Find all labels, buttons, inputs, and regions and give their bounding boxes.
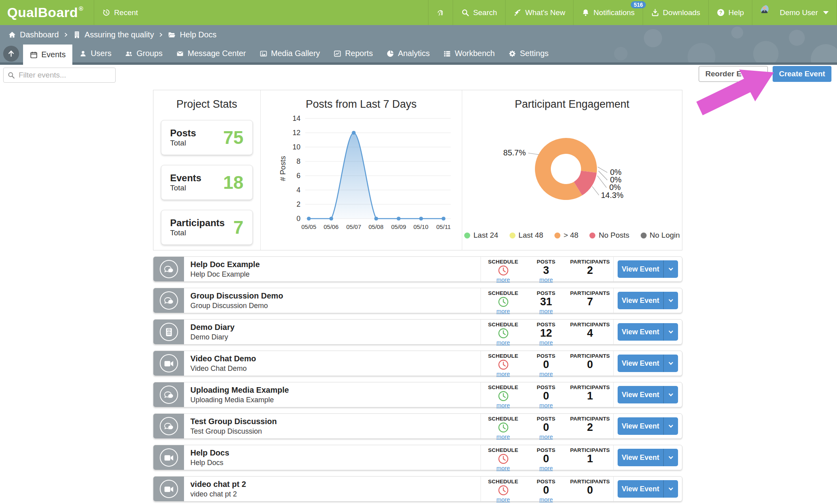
schedule-header: SCHEDULE	[488, 384, 518, 390]
tab[interactable]: Media Gallery	[253, 45, 327, 62]
nav-item-downloads[interactable]: Downloads	[643, 0, 708, 25]
schedule-more-link[interactable]: more	[496, 308, 510, 314]
legend-item: Last 24	[464, 231, 498, 240]
view-event-dropdown[interactable]	[663, 292, 678, 309]
posts-count: 0	[543, 454, 549, 464]
view-event-label: View Event	[618, 449, 663, 466]
reorder-events-button[interactable]: Reorder Events	[699, 66, 768, 82]
user-avatar	[760, 5, 776, 21]
view-event-button[interactable]: View Event	[618, 292, 678, 309]
breadcrumb-dashboard[interactable]: Dashboard	[8, 30, 59, 39]
engagement-section: Participant Engagement 85.7% 0% 0% 0% 14…	[462, 90, 682, 250]
view-event-dropdown[interactable]	[663, 386, 678, 403]
schedule-more-link[interactable]: more	[496, 402, 510, 409]
legend-label: No Posts	[599, 231, 629, 240]
svg-text:12: 12	[293, 129, 300, 137]
schedule-more-link[interactable]: more	[496, 433, 510, 440]
schedule-header: SCHEDULE	[488, 353, 518, 359]
engagement-title: Participant Engagement	[462, 98, 682, 110]
nav-item-search[interactable]: Search	[453, 0, 505, 25]
posts-more-link[interactable]: more	[539, 339, 553, 346]
svg-text:14: 14	[293, 114, 300, 122]
legend-label: Last 24	[473, 231, 498, 240]
event-type-tile	[153, 477, 184, 501]
chevron-down-icon	[668, 360, 674, 366]
user-menu[interactable]: Demo User	[752, 0, 837, 25]
schedule-more-link[interactable]: more	[496, 276, 510, 283]
view-event-button[interactable]: View Event	[618, 417, 678, 435]
schedule-header: SCHEDULE	[488, 322, 518, 328]
participants-count: 1	[587, 454, 593, 464]
event-subtitle: Group Discussion Demo	[190, 302, 480, 310]
up-level-button[interactable]	[3, 46, 19, 62]
tab[interactable]: Groups	[118, 45, 169, 62]
event-type-tile	[153, 288, 184, 313]
tab[interactable]: Users	[72, 45, 118, 62]
view-event-button[interactable]: View Event	[618, 449, 678, 466]
view-event-dropdown[interactable]	[663, 417, 678, 435]
engagement-donut-chart: 85.7% 0% 0% 0% 14.3%	[462, 90, 682, 251]
posts-count: 12	[540, 328, 552, 339]
create-event-button[interactable]: Create Event	[773, 66, 831, 82]
view-event-dropdown[interactable]	[663, 449, 678, 466]
view-event-button[interactable]: View Event	[618, 480, 678, 498]
view-event-button[interactable]: View Event	[618, 260, 678, 278]
posts-more-link[interactable]: more	[539, 496, 553, 503]
view-event-dropdown[interactable]	[663, 480, 678, 498]
chevron-down-icon	[668, 329, 674, 335]
tab[interactable]: Reports	[327, 45, 380, 62]
schedule-more-link[interactable]: more	[496, 465, 510, 471]
schedule-more-link[interactable]: more	[496, 339, 510, 346]
stat-card: ParticipantsTotal 7	[161, 210, 253, 245]
nav-item-notifications[interactable]: Notifications 516	[573, 0, 643, 25]
app-logo[interactable]: QualBoard®	[0, 0, 94, 25]
view-event-dropdown[interactable]	[663, 260, 678, 278]
participants-header: PARTICIPANTS	[570, 447, 610, 453]
schedule-clock-icon	[498, 328, 509, 339]
posts-more-link[interactable]: more	[539, 433, 553, 440]
tab-label: Events	[41, 50, 66, 59]
tab-label: Message Center	[188, 49, 246, 58]
view-event-dropdown[interactable]	[663, 323, 678, 341]
tab[interactable]: Workbench	[436, 45, 502, 62]
chevron-down-icon	[668, 423, 674, 429]
svg-text:05/09: 05/09	[391, 223, 406, 230]
posts-more-link[interactable]: more	[539, 402, 553, 409]
posts-header: POSTS	[537, 479, 556, 485]
legend-swatch	[589, 233, 595, 238]
posts-header: POSTS	[537, 322, 556, 328]
tab[interactable]: Analytics	[380, 45, 436, 62]
filter-events-input[interactable]	[3, 68, 116, 83]
tab-label: Analytics	[398, 49, 430, 58]
view-event-button[interactable]: View Event	[618, 355, 678, 372]
tab[interactable]: Message Center	[169, 45, 253, 62]
tab[interactable]: Settings	[502, 45, 555, 62]
nav-item-help[interactable]: ? Help	[708, 0, 752, 25]
breadcrumb-project[interactable]: Assuring the quality	[73, 30, 154, 39]
svg-text:2: 2	[296, 200, 300, 208]
schedule-more-link[interactable]: more	[496, 370, 510, 377]
posts-more-link[interactable]: more	[539, 370, 553, 377]
posts-more-link[interactable]: more	[539, 276, 553, 283]
tab-icon	[30, 51, 38, 59]
tab[interactable]: Events	[23, 45, 72, 65]
view-event-label: View Event	[618, 355, 663, 372]
decoration-circle	[789, 30, 805, 46]
view-event-button[interactable]: View Event	[618, 323, 678, 341]
nav-item-whats-new[interactable]: What's New	[505, 0, 574, 25]
tab-icon	[333, 50, 341, 58]
breadcrumb: Dashboard Assuring the quality Help Docs	[8, 25, 217, 45]
breadcrumb-page[interactable]: Help Docs	[168, 30, 216, 39]
nav-item-recent[interactable]: Recent	[94, 0, 146, 25]
schedule-more-link[interactable]: more	[496, 496, 510, 503]
view-event-button[interactable]: View Event	[618, 386, 678, 403]
view-event-dropdown[interactable]	[663, 355, 678, 372]
legend-label: Last 48	[519, 231, 543, 240]
posts-more-link[interactable]: more	[539, 308, 553, 314]
svg-text:6: 6	[296, 172, 300, 180]
stat-label: Events	[170, 173, 202, 184]
posts-more-link[interactable]: more	[539, 465, 553, 471]
nav-item-fingerprint[interactable]	[428, 0, 453, 25]
schedule-header: SCHEDULE	[488, 416, 518, 422]
svg-text:4: 4	[296, 186, 300, 194]
